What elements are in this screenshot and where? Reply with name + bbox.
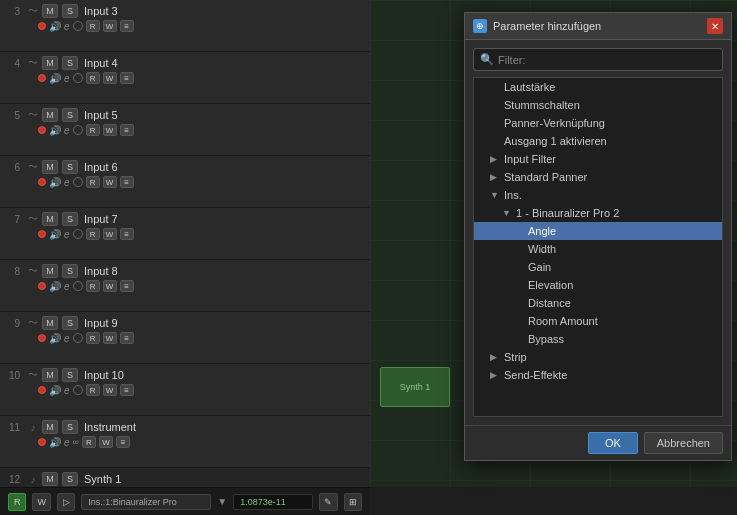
mute-button[interactable]: M bbox=[42, 420, 58, 434]
synth-clip[interactable]: Synth 1 bbox=[380, 367, 450, 407]
record-dot[interactable] bbox=[38, 230, 46, 238]
mute-button[interactable]: M bbox=[42, 108, 58, 122]
mute-button[interactable]: M bbox=[42, 472, 58, 486]
eq-button[interactable]: e bbox=[64, 333, 70, 344]
tree-item-lautstarke[interactable]: Lautstärke bbox=[474, 78, 722, 96]
solo-button[interactable]: S bbox=[62, 264, 78, 278]
track-type-icon: 〜 bbox=[26, 56, 40, 70]
tree-item-label: Angle bbox=[528, 225, 556, 237]
read-button[interactable]: R bbox=[86, 332, 100, 344]
expand-button[interactable]: ▷ bbox=[57, 493, 75, 511]
track-row: 8 〜 M S Input 8 🔊 e R W ≡ bbox=[0, 260, 370, 312]
read-button[interactable]: R bbox=[86, 72, 100, 84]
write-button[interactable]: W bbox=[103, 384, 117, 396]
read-button[interactable]: R bbox=[86, 176, 100, 188]
mute-button[interactable]: M bbox=[42, 160, 58, 174]
search-icon: 🔍 bbox=[480, 53, 494, 66]
solo-button[interactable]: S bbox=[62, 472, 78, 486]
tree-item-width[interactable]: Width bbox=[474, 240, 722, 258]
automation-r-button[interactable]: R bbox=[8, 493, 26, 511]
tree-item-bypass[interactable]: Bypass bbox=[474, 330, 722, 348]
mute-button[interactable]: M bbox=[42, 316, 58, 330]
tree-item-strip[interactable]: ▶ Strip bbox=[474, 348, 722, 366]
write-button[interactable]: W bbox=[103, 228, 117, 240]
filter-input[interactable] bbox=[498, 54, 716, 66]
eq-button[interactable]: e bbox=[64, 281, 70, 292]
solo-button[interactable]: S bbox=[62, 4, 78, 18]
menu-button[interactable]: ≡ bbox=[120, 176, 134, 188]
record-dot[interactable] bbox=[38, 126, 46, 134]
record-dot[interactable] bbox=[38, 438, 46, 446]
tree-item-angle[interactable]: Angle bbox=[474, 222, 722, 240]
read-button[interactable]: R bbox=[86, 384, 100, 396]
write-button[interactable]: W bbox=[103, 280, 117, 292]
tree-item-send-effekte[interactable]: ▶ Send-Effekte bbox=[474, 366, 722, 384]
menu-button[interactable]: ≡ bbox=[120, 228, 134, 240]
tree-item-room-amount[interactable]: Room Amount bbox=[474, 312, 722, 330]
mute-button[interactable]: M bbox=[42, 212, 58, 226]
menu-button[interactable]: ≡ bbox=[120, 332, 134, 344]
tree-item-input-filter[interactable]: ▶ Input Filter bbox=[474, 150, 722, 168]
record-dot[interactable] bbox=[38, 22, 46, 30]
edit-button[interactable]: ✎ bbox=[319, 493, 337, 511]
tree-item-gain[interactable]: Gain bbox=[474, 258, 722, 276]
solo-button[interactable]: S bbox=[62, 212, 78, 226]
tree-item-stummschalten[interactable]: Stummschalten bbox=[474, 96, 722, 114]
mute-button[interactable]: M bbox=[42, 56, 58, 70]
read-button[interactable]: R bbox=[82, 436, 96, 448]
tree-item-standard-panner[interactable]: ▶ Standard Panner bbox=[474, 168, 722, 186]
eq-button[interactable]: e bbox=[64, 177, 70, 188]
tree-item-panner[interactable]: Panner-Verknüpfung bbox=[474, 114, 722, 132]
mute-button[interactable]: M bbox=[42, 368, 58, 382]
menu-button[interactable]: ≡ bbox=[120, 384, 134, 396]
menu-button[interactable]: ≡ bbox=[120, 72, 134, 84]
eq-button[interactable]: e bbox=[64, 21, 70, 32]
write-button[interactable]: W bbox=[99, 436, 113, 448]
tree-item-distance[interactable]: Distance bbox=[474, 294, 722, 312]
parameter-tree[interactable]: Lautstärke Stummschalten Panner-Verknüpf… bbox=[473, 77, 723, 417]
menu-button[interactable]: ≡ bbox=[120, 124, 134, 136]
link-button[interactable]: ⊞ bbox=[344, 493, 362, 511]
write-button[interactable]: W bbox=[103, 332, 117, 344]
solo-button[interactable]: S bbox=[62, 420, 78, 434]
tree-item-ins[interactable]: ▼ Ins. bbox=[474, 186, 722, 204]
tree-item-binaural-pro[interactable]: ▼ 1 - Binauralizer Pro 2 bbox=[474, 204, 722, 222]
plugin-selector[interactable]: Ins.:1:Binauralizer Pro bbox=[81, 494, 211, 510]
write-button[interactable]: W bbox=[103, 176, 117, 188]
solo-button[interactable]: S bbox=[62, 368, 78, 382]
cancel-button[interactable]: Abbrechen bbox=[644, 432, 723, 454]
solo-button[interactable]: S bbox=[62, 108, 78, 122]
mute-button[interactable]: M bbox=[42, 264, 58, 278]
menu-button[interactable]: ≡ bbox=[120, 280, 134, 292]
record-dot[interactable] bbox=[38, 74, 46, 82]
track-row: 6 〜 M S Input 6 🔊 e R W ≡ bbox=[0, 156, 370, 208]
record-dot[interactable] bbox=[38, 334, 46, 342]
eq-button[interactable]: e bbox=[64, 73, 70, 84]
record-dot[interactable] bbox=[38, 178, 46, 186]
read-button[interactable]: R bbox=[86, 280, 100, 292]
ok-button[interactable]: OK bbox=[588, 432, 638, 454]
read-button[interactable]: R bbox=[86, 228, 100, 240]
mute-button[interactable]: M bbox=[42, 4, 58, 18]
solo-button[interactable]: S bbox=[62, 316, 78, 330]
eq-button[interactable]: e bbox=[64, 125, 70, 136]
solo-button[interactable]: S bbox=[62, 160, 78, 174]
tree-item-elevation[interactable]: Elevation bbox=[474, 276, 722, 294]
record-dot[interactable] bbox=[38, 386, 46, 394]
track-type-icon: 〜 bbox=[26, 368, 40, 382]
menu-button[interactable]: ≡ bbox=[116, 436, 130, 448]
write-button[interactable]: W bbox=[103, 20, 117, 32]
automation-w-button[interactable]: W bbox=[32, 493, 50, 511]
menu-button[interactable]: ≡ bbox=[120, 20, 134, 32]
close-button[interactable]: ✕ bbox=[707, 18, 723, 34]
solo-button[interactable]: S bbox=[62, 56, 78, 70]
eq-button[interactable]: e bbox=[64, 229, 70, 240]
eq-button[interactable]: e bbox=[64, 385, 70, 396]
read-button[interactable]: R bbox=[86, 20, 100, 32]
record-dot[interactable] bbox=[38, 282, 46, 290]
read-button[interactable]: R bbox=[86, 124, 100, 136]
tree-item-ausgang[interactable]: Ausgang 1 aktivieren bbox=[474, 132, 722, 150]
write-button[interactable]: W bbox=[103, 72, 117, 84]
eq-button[interactable]: e bbox=[64, 437, 70, 448]
write-button[interactable]: W bbox=[103, 124, 117, 136]
